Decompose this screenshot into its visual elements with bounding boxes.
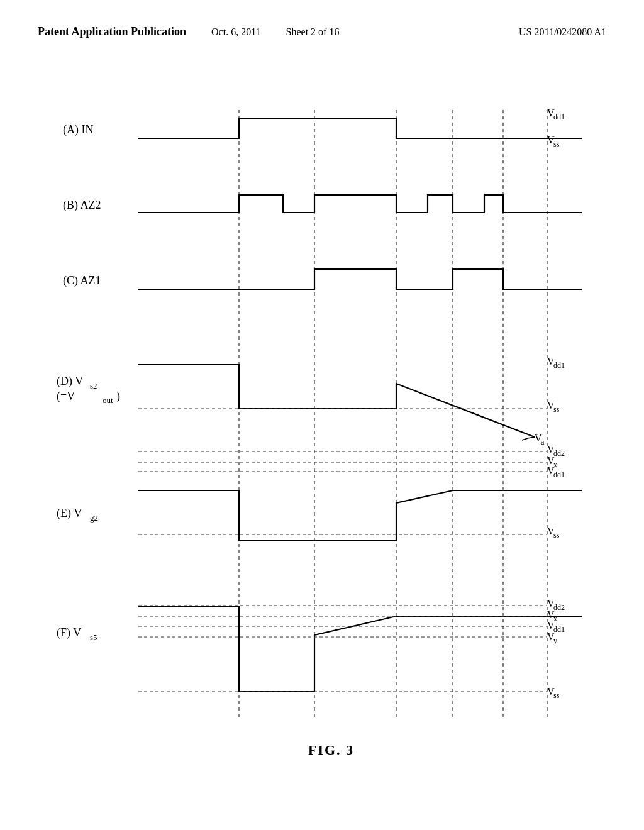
label-D-sub: s2 bbox=[90, 381, 97, 390]
vss-sub-A: ss bbox=[553, 140, 560, 148]
publication-title: Patent Application Publication bbox=[38, 25, 186, 38]
vdd2-sub-F: dd2 bbox=[553, 603, 565, 612]
label-E: (E) V bbox=[57, 507, 82, 520]
waveform-A bbox=[138, 118, 582, 138]
label-C: (C) AZ1 bbox=[63, 274, 101, 287]
waveform-B bbox=[138, 195, 582, 213]
label-D-vout: (=V bbox=[57, 390, 75, 403]
vdd1-sub-D: dd1 bbox=[553, 361, 565, 370]
header: Patent Application Publication Oct. 6, 2… bbox=[0, 0, 644, 38]
vdd1-sub-D2: dd1 bbox=[553, 470, 565, 479]
label-D-vout-sub: out bbox=[103, 396, 113, 405]
vdd1-sub-A: dd1 bbox=[553, 113, 565, 121]
sheet-info: Sheet 2 of 16 bbox=[286, 26, 340, 38]
patent-number: US 2011/0242080 A1 bbox=[519, 26, 606, 38]
label-B: (B) AZ2 bbox=[63, 199, 101, 212]
waveform-E bbox=[138, 490, 582, 541]
Vy-sub-F: y bbox=[553, 636, 557, 645]
vss-sub-F: ss bbox=[553, 691, 560, 700]
Va-sub: a bbox=[541, 438, 545, 446]
label-E-sub: g2 bbox=[90, 513, 98, 523]
label-F: (F) V bbox=[57, 626, 81, 639]
waveform-D bbox=[138, 365, 535, 437]
label-D-paren: ) bbox=[116, 390, 120, 403]
page: Patent Application Publication Oct. 6, 2… bbox=[0, 0, 644, 830]
waveform-diagram: (A) IN (B) AZ2 (C) AZ1 (D) V s2 (=V out … bbox=[25, 75, 629, 786]
label-A: (A) IN bbox=[63, 123, 93, 136]
vss-sub-D: ss bbox=[553, 405, 560, 414]
waveform-C bbox=[138, 269, 582, 289]
vdd2-sub-D: dd2 bbox=[553, 449, 565, 458]
vdd1-sub-F: dd1 bbox=[553, 625, 565, 634]
waveform-F bbox=[138, 607, 582, 692]
label-D: (D) V bbox=[57, 375, 83, 388]
vss-sub-E: ss bbox=[553, 531, 560, 540]
label-F-sub: s5 bbox=[90, 633, 97, 642]
publication-date: Oct. 6, 2011 bbox=[211, 26, 261, 38]
figure-caption: FIG. 3 bbox=[308, 742, 354, 758]
Va-curve bbox=[522, 437, 535, 440]
